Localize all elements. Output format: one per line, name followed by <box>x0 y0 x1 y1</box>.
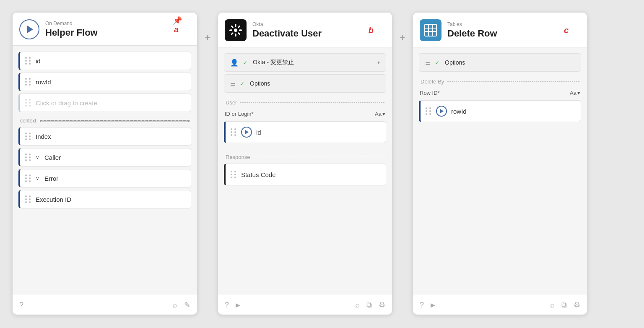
svg-rect-12 <box>425 24 436 36</box>
copy-icon-okta[interactable]: ⧉ <box>366 301 372 310</box>
field-row-create[interactable]: Click or drag to create <box>18 94 191 112</box>
drag-handle-status[interactable] <box>231 171 237 178</box>
edit-icon-helper[interactable]: ✎ <box>184 300 190 310</box>
card-footer-tables: ? ▶ ⌕ ⧉ ⚙ <box>413 295 587 315</box>
search-icon-okta[interactable]: ⌕ <box>355 301 360 310</box>
chevron-caller-icon: ∨ <box>36 154 39 160</box>
drag-handle-id-login[interactable] <box>231 128 237 136</box>
svg-point-0 <box>234 29 237 32</box>
search-icon-helper[interactable]: ⌕ <box>173 301 177 310</box>
field-row-error[interactable]: ∨ Error <box>18 169 191 187</box>
sliders-icon: ⚌ <box>230 80 236 87</box>
card-title-group-okta: Okta Deactivate User <box>252 21 363 39</box>
svg-rect-9 <box>231 32 234 35</box>
plus-icon-1[interactable]: + <box>205 32 210 43</box>
card-title-group-tables: Tables Delete Row <box>447 21 558 39</box>
card-badge-b: b <box>369 26 374 35</box>
options-row[interactable]: ⚌ ✓ Options <box>224 74 386 93</box>
svg-rect-10 <box>229 30 232 31</box>
delete-by-label: Delete By <box>419 74 581 86</box>
connector-2[interactable]: + <box>392 25 413 50</box>
search-icon-tables[interactable]: ⌕ <box>550 301 555 310</box>
card-header-tables: Tables Delete Row c <box>413 13 587 47</box>
card-badge-c: c <box>564 26 569 35</box>
id-login-input[interactable]: id <box>224 121 386 143</box>
field-row-rowid[interactable]: rowId <box>18 73 191 91</box>
settings-icon-tables[interactable]: ⚙ <box>574 300 580 310</box>
pill-play-icon <box>245 130 249 134</box>
user-section-label: User <box>224 95 386 107</box>
connector-1[interactable]: + <box>197 25 218 50</box>
tables-icon-container <box>420 19 441 41</box>
card-delete-row: × Tables Delete Row c ⚌ <box>413 13 587 315</box>
footer-right-okta: ⌕ ⧉ ⚙ <box>355 300 385 310</box>
svg-rect-1 <box>235 24 236 27</box>
type-chevron-icon: ▾ <box>382 111 385 117</box>
plus-icon-2[interactable]: + <box>400 32 405 43</box>
options-row-tables[interactable]: ⚌ ✓ Options <box>419 53 581 72</box>
drag-handle-index[interactable] <box>25 133 31 140</box>
person-icon: 👤 <box>230 59 239 67</box>
row-id-input[interactable]: rowId <box>419 100 581 122</box>
card-helper-flow: 📌 × On Demand Helper Flow a id <box>13 13 197 315</box>
svg-rect-11 <box>231 25 234 28</box>
drag-handle-rowid-tables[interactable] <box>426 107 432 115</box>
field-row-caller[interactable]: ∨ Caller <box>18 148 191 167</box>
okta-sunburst-icon <box>229 23 242 37</box>
card-deactivate-user: × Okta D <box>218 13 392 315</box>
id-login-label-row: ID or Login* Aa ▾ <box>224 109 386 119</box>
dropdown-arrow-connection[interactable]: ▾ <box>377 60 380 65</box>
field-row-index[interactable]: Index <box>18 127 191 146</box>
card-header-helper: On Demand Helper Flow a <box>13 13 197 46</box>
play-triangle-icon <box>27 26 33 33</box>
drag-handle-caller[interactable] <box>25 154 31 161</box>
card-title-tables: Delete Row <box>447 28 558 39</box>
card-body-okta: 👤 ✓ Okta - 変更禁止 ▾ ⚌ ✓ Options User ID or… <box>218 47 392 286</box>
chevron-error-icon: ∨ <box>36 175 39 181</box>
settings-icon-okta[interactable]: ⚙ <box>379 300 385 310</box>
card-badge-a: a <box>174 25 179 34</box>
footer-left-helper: ? <box>19 301 23 310</box>
connection-row[interactable]: 👤 ✓ Okta - 変更禁止 ▾ <box>224 53 386 72</box>
okta-icon-container <box>225 19 247 41</box>
field-text-caller: Caller <box>44 154 61 161</box>
id-login-label: ID or Login* <box>225 111 254 117</box>
svg-rect-7 <box>238 32 241 35</box>
drag-handle-error[interactable] <box>25 174 31 182</box>
id-login-type-btn[interactable]: Aa ▾ <box>375 111 385 117</box>
card-title-okta: Deactivate User <box>252 28 363 39</box>
card-subtitle-tables: Tables <box>447 21 558 27</box>
copy-icon-tables[interactable]: ⧉ <box>561 301 567 310</box>
id-pill-badge <box>241 127 252 138</box>
card-title-helper: Helper Flow <box>45 27 168 38</box>
drag-handle-rowid[interactable] <box>25 78 31 86</box>
context-label: context <box>18 115 191 125</box>
help-icon-helper[interactable]: ? <box>19 301 23 310</box>
card-body-helper: id rowId Click or drag to create context <box>13 46 197 286</box>
card-footer-okta: ? ▶ ⌕ ⧉ ⚙ <box>218 295 392 315</box>
footer-right-tables: ⌕ ⧉ ⚙ <box>550 300 580 310</box>
field-text-id: id <box>36 57 41 65</box>
card-subtitle-okta: Okta <box>252 21 363 27</box>
help-icon-okta[interactable]: ? <box>225 301 229 310</box>
svg-rect-8 <box>235 34 236 36</box>
status-code-field[interactable]: Status Code <box>224 164 386 185</box>
drag-handle-create[interactable] <box>25 99 31 107</box>
footer-right-helper: ⌕ ✎ <box>173 300 190 310</box>
help-icon-tables[interactable]: ? <box>420 301 424 310</box>
drag-handle-execid[interactable] <box>25 195 31 203</box>
field-row-execid[interactable]: Execution ID <box>18 190 191 208</box>
green-check-connection: ✓ <box>243 59 248 66</box>
field-text-execid: Execution ID <box>36 196 71 203</box>
field-row-id[interactable]: id <box>18 52 191 70</box>
footer-left-tables: ? ▶ <box>420 301 435 310</box>
play-icon-tables[interactable]: ▶ <box>431 302 435 308</box>
rowid-pill-play-icon <box>440 109 444 113</box>
play-icon-okta[interactable]: ▶ <box>236 302 240 308</box>
canvas: 📌 × On Demand Helper Flow a id <box>4 8 640 319</box>
options-text-tables: Options <box>445 59 575 66</box>
field-text-error: Error <box>44 175 58 182</box>
row-id-type-btn[interactable]: Aa ▾ <box>570 90 580 96</box>
drag-handle-id[interactable] <box>25 57 31 65</box>
pin-button[interactable]: 📌 <box>173 16 182 25</box>
